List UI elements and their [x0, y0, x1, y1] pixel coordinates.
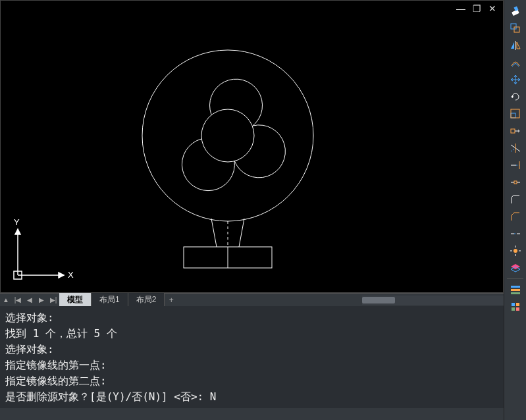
- explode-button[interactable]: [507, 243, 524, 259]
- break-button[interactable]: [507, 174, 524, 190]
- svg-rect-17: [514, 27, 519, 32]
- tab-next-icon[interactable]: ▶: [36, 294, 47, 306]
- horizontal-scrollbar[interactable]: [362, 296, 504, 305]
- command-line: 选择对象:: [5, 310, 498, 326]
- status-bar-area: [0, 408, 504, 420]
- trim-button[interactable]: [507, 140, 524, 156]
- svg-marker-8: [59, 273, 64, 278]
- fillet-button[interactable]: [507, 192, 524, 207]
- join-button[interactable]: [507, 226, 524, 242]
- tab-layout1[interactable]: 布局1: [92, 293, 128, 307]
- svg-rect-16: [511, 24, 516, 29]
- tool-palette-button[interactable]: [507, 299, 524, 315]
- close-button[interactable]: ✕: [487, 3, 498, 14]
- svg-point-1: [201, 109, 254, 162]
- svg-rect-42: [512, 303, 515, 306]
- drawing-viewport[interactable]: X Y: [1, 1, 503, 292]
- offset-button[interactable]: [507, 55, 524, 70]
- tool-properties-button[interactable]: [507, 282, 524, 298]
- command-line: 找到 1 个，总计 5 个: [5, 326, 498, 342]
- ucs-icon: X Y: [5, 216, 77, 288]
- svg-rect-40: [511, 289, 520, 291]
- svg-text:X: X: [68, 270, 74, 280]
- svg-rect-45: [516, 307, 519, 311]
- erase-button[interactable]: [507, 3, 524, 19]
- maximize-button[interactable]: ❐: [471, 3, 482, 14]
- scrollbar-thumb[interactable]: [362, 297, 395, 303]
- svg-rect-22: [511, 129, 515, 133]
- svg-rect-41: [511, 292, 520, 294]
- extend-button[interactable]: [507, 157, 524, 173]
- tab-first-icon[interactable]: |◀: [12, 294, 24, 306]
- svg-rect-31: [514, 181, 517, 184]
- tab-last-icon[interactable]: ▶|: [47, 294, 59, 306]
- svg-rect-39: [511, 286, 520, 288]
- chamfer-button[interactable]: [507, 209, 524, 224]
- tab-layout2[interactable]: 布局2: [128, 293, 165, 307]
- tab-add-button[interactable]: +: [165, 296, 178, 305]
- svg-rect-43: [516, 303, 519, 306]
- tab-bar: ▲ |◀ ◀ ▶ ▶| 模型 布局1 布局2 +: [0, 293, 504, 306]
- stretch-button[interactable]: [507, 123, 524, 139]
- mirror-button[interactable]: [507, 38, 524, 53]
- rotate-button[interactable]: [507, 89, 524, 105]
- svg-point-32: [513, 249, 517, 253]
- tab-model[interactable]: 模型: [59, 293, 92, 307]
- command-line: 指定镜像线的第一点:: [5, 357, 498, 373]
- window-controls: — ❐ ✕: [456, 3, 498, 14]
- svg-rect-5: [184, 247, 272, 268]
- svg-line-2: [211, 219, 217, 247]
- command-line: 指定镜像线的第二点:: [5, 373, 498, 389]
- move-button[interactable]: [507, 72, 524, 88]
- copy-button[interactable]: [507, 20, 524, 36]
- tab-expand-icon[interactable]: ▲: [0, 294, 12, 306]
- command-line: 选择对象:: [5, 342, 498, 357]
- svg-text:Y: Y: [14, 217, 20, 227]
- svg-point-0: [142, 50, 313, 221]
- toolbar-separator: [507, 278, 523, 279]
- tab-prev-icon[interactable]: ◀: [24, 294, 36, 306]
- svg-rect-20: [511, 113, 515, 118]
- command-line: 是否删除源对象？[是(Y)/否(N)] <否>: N: [5, 389, 498, 405]
- command-history-panel: 选择对象: 找到 1 个，总计 5 个 选择对象: 指定镜像线的第一点: 指定镜…: [0, 306, 504, 408]
- scale-button[interactable]: [507, 106, 524, 122]
- svg-line-25: [511, 149, 515, 151]
- modify-toolbar: [504, 0, 526, 420]
- minimize-button[interactable]: —: [456, 3, 466, 14]
- tool-layer-button[interactable]: [507, 260, 524, 276]
- viewport-container: — ❐ ✕: [0, 0, 504, 293]
- svg-rect-44: [512, 307, 515, 311]
- svg-marker-10: [15, 229, 20, 234]
- svg-line-3: [239, 219, 244, 247]
